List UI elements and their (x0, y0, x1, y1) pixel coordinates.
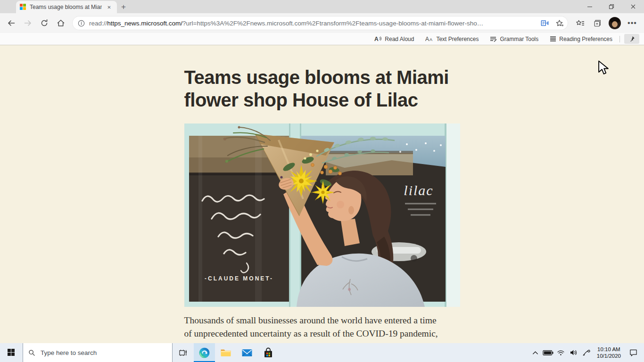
settings-menu-icon[interactable]: ••• (624, 15, 641, 31)
toolbar-separator (619, 36, 620, 42)
taskbar-clock[interactable]: 10:10 AM 10/1/2020 (593, 346, 625, 359)
edge-icon (198, 347, 210, 359)
grammar-tools-button[interactable]: Grammar Tools (484, 33, 544, 45)
volume-icon[interactable] (567, 343, 580, 362)
article-title: Teams usage blooms at Miamiflower shop H… (184, 66, 460, 111)
url-text: read://https_news.microsoft.com/?url=htt… (89, 20, 538, 27)
monet-attribution-text: -CLAUDE MONET- (205, 275, 273, 282)
refresh-button[interactable] (36, 15, 52, 31)
battery-icon[interactable] (542, 343, 554, 362)
wifi-icon[interactable] (554, 343, 567, 362)
tab-close-icon[interactable]: ✕ (105, 3, 113, 11)
search-icon (28, 349, 35, 356)
favorites-bar-icon[interactable] (571, 15, 588, 31)
article-hero-image: -CLAUDE MONET- lilac (184, 123, 460, 307)
reading-view-content: Teams usage blooms at Miamiflower shop H… (0, 45, 644, 344)
grammar-tools-icon (490, 36, 497, 42)
svg-text:A: A (425, 36, 429, 42)
reading-preferences-button[interactable]: Reading Preferences (544, 33, 618, 45)
article: Teams usage blooms at Miamiflower shop H… (184, 66, 460, 344)
navigation-bar: read://https_news.microsoft.com/?url=htt… (0, 13, 644, 33)
taskbar: 10:10 AM 10/1/2020 (0, 343, 644, 362)
reading-view-toolbar: A Read Aloud AA Text Preferences Grammar… (0, 33, 644, 45)
read-aloud-label: Read Aloud (385, 36, 414, 42)
shop-sign-text: lilac (404, 182, 433, 198)
forward-button[interactable] (20, 15, 36, 31)
address-bar[interactable]: read://https_news.microsoft.com/?url=htt… (72, 16, 568, 30)
close-window-button[interactable] (622, 0, 644, 13)
system-tray: 10:10 AM 10/1/2020 (529, 343, 644, 362)
pushpin-icon (629, 36, 635, 42)
site-info-icon[interactable] (78, 20, 85, 27)
read-aloud-icon: A (374, 36, 382, 42)
microsoft-logo-favicon (20, 4, 26, 10)
active-tab[interactable]: Teams usage blooms at Miami ✕ (16, 1, 117, 13)
restore-button[interactable] (601, 0, 622, 13)
collections-icon[interactable] (589, 15, 606, 31)
start-button[interactable] (0, 343, 23, 362)
tab-strip: Teams usage blooms at Miami ✕ + (0, 0, 644, 13)
search-input[interactable] (40, 349, 167, 357)
task-view-button[interactable] (173, 343, 194, 362)
text-preferences-icon: AA (425, 36, 433, 42)
home-button[interactable] (53, 15, 69, 31)
reading-preferences-icon (550, 36, 556, 42)
file-explorer-icon (220, 348, 231, 357)
windows-logo-icon (8, 349, 15, 356)
pin-toolbar-button[interactable] (624, 34, 639, 44)
taskbar-store-button[interactable] (257, 343, 279, 362)
svg-text:A: A (429, 37, 432, 42)
window-controls (579, 0, 644, 13)
clock-time: 10:10 AM (597, 346, 621, 353)
new-tab-button[interactable]: + (117, 1, 130, 13)
text-preferences-label: Text Preferences (436, 36, 479, 42)
taskbar-file-explorer-button[interactable] (215, 343, 236, 362)
taskbar-mail-button[interactable] (236, 343, 257, 362)
add-favorite-star-icon[interactable] (552, 17, 566, 29)
minimize-button[interactable] (579, 0, 601, 13)
article-paragraph: Thousands of small businesses around the… (184, 314, 460, 344)
windows-ink-pen-icon[interactable] (580, 343, 593, 362)
taskbar-search[interactable] (23, 343, 173, 362)
text-preferences-button[interactable]: AA Text Preferences (420, 33, 484, 45)
immersive-reader-icon[interactable] (538, 17, 552, 29)
grammar-tools-label: Grammar Tools (500, 36, 538, 42)
browser-window: Teams usage blooms at Miami ✕ + (0, 0, 644, 362)
tray-chevron-up-icon[interactable] (529, 343, 542, 362)
action-center-icon[interactable] (625, 343, 641, 362)
microsoft-store-icon (263, 347, 273, 358)
clock-date: 10/1/2020 (597, 353, 621, 359)
profile-avatar[interactable] (606, 15, 623, 31)
back-button[interactable] (3, 15, 19, 31)
taskbar-edge-button[interactable] (194, 343, 215, 362)
mail-icon (241, 348, 253, 357)
reading-preferences-label: Reading Preferences (559, 36, 612, 42)
read-aloud-button[interactable]: A Read Aloud (369, 33, 420, 45)
tab-title: Teams usage blooms at Miami (30, 4, 102, 10)
svg-text:A: A (374, 36, 379, 42)
